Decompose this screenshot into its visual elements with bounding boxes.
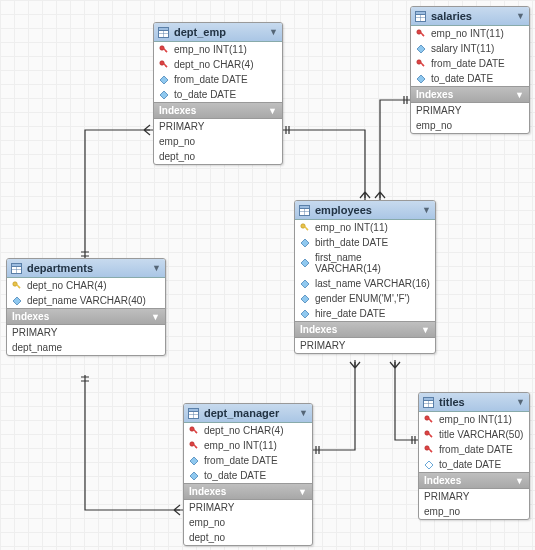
indexes-label: Indexes [416,89,453,100]
index-row[interactable]: dept_no [184,530,312,545]
column-row[interactable]: birth_date DATE [295,235,435,250]
index-row[interactable]: PRIMARY [184,500,312,515]
diamond-icon [12,296,22,306]
indexes-section-header[interactable]: Indexes▼ [184,483,312,500]
column-row[interactable]: emp_no INT(11) [154,42,282,57]
column-row[interactable]: to_date DATE [154,87,282,102]
index-row[interactable]: emp_no [154,134,282,149]
column-row[interactable]: dept_no CHAR(4) [184,423,312,438]
indexes-section-header[interactable]: Indexes▼ [7,308,165,325]
key-icon [424,430,434,440]
diamond-icon [159,90,169,100]
column-label: to_date DATE [174,89,236,100]
diamond-icon [189,471,199,481]
diamond-icon [300,294,310,304]
indexes-section-header[interactable]: Indexes▼ [419,472,529,489]
column-row[interactable]: first_name VARCHAR(14) [295,250,435,276]
svg-rect-45 [424,397,434,400]
column-row[interactable]: to_date DATE [184,468,312,483]
column-row[interactable]: last_name VARCHAR(16) [295,276,435,291]
index-row[interactable]: PRIMARY [295,338,435,353]
column-row[interactable]: emp_no INT(11) [184,438,312,453]
index-row[interactable]: emp_no [419,504,529,519]
entity-header[interactable]: employees▼ [295,201,435,220]
column-row[interactable]: emp_no INT(11) [411,26,529,41]
chevron-down-icon: ▼ [516,11,525,21]
svg-rect-35 [189,408,199,411]
chevron-down-icon: ▼ [152,263,161,273]
svg-point-4 [160,45,164,49]
table-icon [299,205,310,216]
entity-dept_emp[interactable]: dept_emp▼emp_no INT(11)dept_no CHAR(4)fr… [153,22,283,165]
column-row[interactable]: dept_no CHAR(4) [154,57,282,72]
column-label: salary INT(11) [431,43,494,54]
column-row[interactable]: hire_date DATE [295,306,435,321]
column-row[interactable]: from_date DATE [184,453,312,468]
indexes-section-header[interactable]: Indexes▼ [411,86,529,103]
indexes-section-header[interactable]: Indexes▼ [154,102,282,119]
column-row[interactable]: from_date DATE [411,56,529,71]
diamond-icon [300,279,310,289]
entity-titles[interactable]: titles▼emp_no INT(11)title VARCHAR(50)fr… [418,392,530,520]
index-row[interactable]: PRIMARY [411,103,529,118]
index-row[interactable]: PRIMARY [154,119,282,134]
index-row[interactable]: PRIMARY [419,489,529,504]
column-label: to_date DATE [204,470,266,481]
index-row[interactable]: dept_name [7,340,165,355]
entity-header[interactable]: titles▼ [419,393,529,412]
column-row[interactable]: title VARCHAR(50) [419,427,529,442]
key-icon [189,441,199,451]
key-icon [300,223,310,233]
column-row[interactable]: gender ENUM('M','F') [295,291,435,306]
column-row[interactable]: to_date DATE [411,71,529,86]
diamond-icon [300,309,310,319]
entity-dept_manager[interactable]: dept_manager▼dept_no CHAR(4)emp_no INT(1… [183,403,313,546]
column-label: emp_no INT(11) [431,28,504,39]
column-row[interactable]: to_date DATE [419,457,529,472]
indexes-label: Indexes [424,475,461,486]
column-label: dept_no CHAR(4) [174,59,253,70]
column-row[interactable]: dept_name VARCHAR(40) [7,293,165,308]
entity-header[interactable]: dept_manager▼ [184,404,312,423]
entity-title: titles [439,396,465,408]
entity-employees[interactable]: employees▼emp_no INT(11)birth_date DATEf… [294,200,436,354]
diamond-icon [189,456,199,466]
entity-departments[interactable]: departments▼dept_no CHAR(4)dept_name VAR… [6,258,166,356]
column-row[interactable]: from_date DATE [154,72,282,87]
column-row[interactable]: emp_no INT(11) [419,412,529,427]
column-row[interactable]: from_date DATE [419,442,529,457]
entity-title: departments [27,262,93,274]
indexes-label: Indexes [300,324,337,335]
diamond-icon [416,74,426,84]
svg-rect-21 [300,205,310,208]
index-row[interactable]: emp_no [411,118,529,133]
index-row[interactable]: dept_no [154,149,282,164]
key-icon [424,415,434,425]
entity-header[interactable]: dept_emp▼ [154,23,282,42]
chevron-down-icon: ▼ [421,325,430,335]
column-row[interactable]: emp_no INT(11) [295,220,435,235]
column-row[interactable]: dept_no CHAR(4) [7,278,165,293]
chevron-down-icon: ▼ [422,205,431,215]
column-row[interactable]: salary INT(11) [411,41,529,56]
index-row[interactable]: PRIMARY [7,325,165,340]
entity-salaries[interactable]: salaries▼emp_no INT(11)salary INT(11)fro… [410,6,530,134]
indexes-section-header[interactable]: Indexes▼ [295,321,435,338]
entity-header[interactable]: salaries▼ [411,7,529,26]
table-icon [415,11,426,22]
svg-rect-1 [159,27,169,30]
key-icon [424,445,434,455]
indexes-label: Indexes [159,105,196,116]
column-label: gender ENUM('M','F') [315,293,410,304]
diamond-icon [159,75,169,85]
diamond-icon [300,238,310,248]
index-row[interactable]: emp_no [184,515,312,530]
entity-title: salaries [431,10,472,22]
svg-point-38 [190,426,194,430]
column-label: from_date DATE [439,444,513,455]
column-label: dept_name VARCHAR(40) [27,295,146,306]
chevron-down-icon: ▼ [515,90,524,100]
entity-header[interactable]: departments▼ [7,259,165,278]
table-icon [158,27,169,38]
column-label: hire_date DATE [315,308,385,319]
